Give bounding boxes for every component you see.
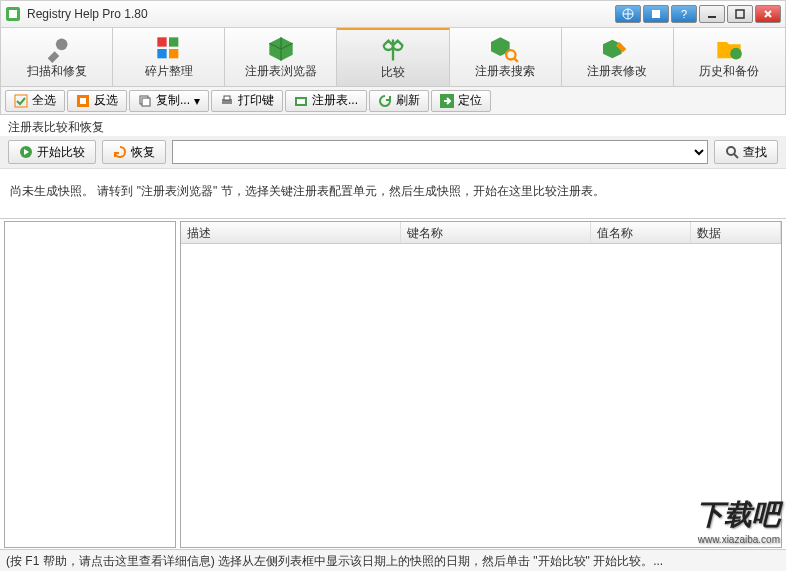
svg-point-11 <box>506 50 515 59</box>
svg-point-25 <box>727 147 735 155</box>
status-bar[interactable]: (按 F1 帮助，请点击这里查看详细信息) 选择从左侧列表框中显示该日期上的快照… <box>0 549 786 571</box>
help-icon[interactable]: ? <box>671 5 697 23</box>
tab-label: 注册表修改 <box>587 63 647 80</box>
section-header: 注册表比较和恢复 <box>0 115 786 136</box>
button-label: 开始比较 <box>37 144 85 161</box>
copy-icon <box>138 94 152 108</box>
col-description[interactable]: 描述 <box>181 222 401 243</box>
wrench-icon <box>43 35 71 59</box>
invert-icon <box>76 94 90 108</box>
print-button[interactable]: 打印键 <box>211 90 283 112</box>
button-label: 全选 <box>32 92 56 109</box>
minimize-button[interactable] <box>699 5 725 23</box>
search-button[interactable]: 查找 <box>714 140 778 164</box>
svg-rect-5 <box>736 10 744 18</box>
close-button[interactable] <box>755 5 781 23</box>
restore-icon <box>113 145 127 159</box>
svg-rect-7 <box>157 37 166 46</box>
tab-defrag[interactable]: 碎片整理 <box>113 28 225 86</box>
tab-label: 注册表搜索 <box>475 63 535 80</box>
locate-button[interactable]: 定位 <box>431 90 491 112</box>
tab-scan-repair[interactable]: 扫描和修复 <box>1 28 113 86</box>
svg-point-13 <box>731 47 743 59</box>
grid-body[interactable] <box>181 244 781 547</box>
arrow-right-icon <box>440 94 454 108</box>
maximize-button[interactable] <box>727 5 753 23</box>
svg-rect-3 <box>652 10 660 18</box>
svg-rect-22 <box>297 99 305 104</box>
svg-rect-9 <box>157 49 166 58</box>
col-data[interactable]: 数据 <box>691 222 781 243</box>
content-area: 描述 键名称 值名称 数据 <box>0 218 786 550</box>
button-label: 打印键 <box>238 92 274 109</box>
svg-rect-1 <box>9 10 17 18</box>
tab-compare[interactable]: 比较 <box>337 28 449 86</box>
tab-modify[interactable]: 注册表修改 <box>562 28 674 86</box>
svg-line-26 <box>734 154 738 158</box>
button-label: 复制... <box>156 92 190 109</box>
secondary-toolbar: 全选 反选 复制...▾ 打印键 注册表... 刷新 定位 <box>0 87 786 115</box>
skin-icon[interactable] <box>643 5 669 23</box>
regedit-button[interactable]: 注册表... <box>285 90 367 112</box>
button-label: 注册表... <box>312 92 358 109</box>
globe-icon[interactable] <box>615 5 641 23</box>
blocks-icon <box>155 35 183 59</box>
tab-label: 注册表浏览器 <box>245 63 317 80</box>
grid-header: 描述 键名称 值名称 数据 <box>181 222 781 244</box>
cube-icon <box>267 35 295 59</box>
svg-rect-20 <box>224 96 230 100</box>
results-grid: 描述 键名称 值名称 数据 <box>180 221 782 548</box>
folder-clock-icon <box>715 35 743 59</box>
refresh-icon <box>378 94 392 108</box>
title-bar: Registry Help Pro 1.80 ? <box>0 0 786 28</box>
scale-icon <box>379 36 407 60</box>
tab-label: 历史和备份 <box>699 63 759 80</box>
refresh-button[interactable]: 刷新 <box>369 90 429 112</box>
svg-line-12 <box>514 58 518 62</box>
svg-rect-8 <box>169 37 178 46</box>
select-all-button[interactable]: 全选 <box>5 90 65 112</box>
button-label: 反选 <box>94 92 118 109</box>
tab-label: 扫描和修复 <box>27 63 87 80</box>
col-valuename[interactable]: 值名称 <box>591 222 691 243</box>
svg-rect-16 <box>80 98 86 104</box>
tab-browser[interactable]: 注册表浏览器 <box>225 28 337 86</box>
invert-selection-button[interactable]: 反选 <box>67 90 127 112</box>
search-cube-icon <box>491 35 519 59</box>
chevron-down-icon: ▾ <box>194 94 200 108</box>
button-label: 刷新 <box>396 92 420 109</box>
edit-cube-icon <box>603 35 631 59</box>
app-icon <box>5 6 21 22</box>
svg-rect-14 <box>15 95 27 107</box>
copy-button[interactable]: 复制...▾ <box>129 90 209 112</box>
regedit-icon <box>294 94 308 108</box>
svg-point-6 <box>55 38 67 50</box>
window-title: Registry Help Pro 1.80 <box>27 7 615 21</box>
play-icon <box>19 145 33 159</box>
tab-label: 比较 <box>381 64 405 81</box>
snapshot-combo[interactable] <box>172 140 708 164</box>
check-icon <box>14 94 28 108</box>
svg-rect-18 <box>142 98 150 106</box>
action-row: 开始比较 恢复 查找 <box>0 136 786 169</box>
svg-rect-10 <box>169 49 178 58</box>
info-message: 尚未生成快照。 请转到 "注册表浏览器" 节，选择关键注册表配置单元，然后生成快… <box>0 169 786 218</box>
printer-icon <box>220 94 234 108</box>
window-controls: ? <box>615 5 781 23</box>
snapshot-list[interactable] <box>4 221 176 548</box>
start-compare-button[interactable]: 开始比较 <box>8 140 96 164</box>
button-label: 查找 <box>743 144 767 161</box>
button-label: 恢复 <box>131 144 155 161</box>
restore-button[interactable]: 恢复 <box>102 140 166 164</box>
tab-search[interactable]: 注册表搜索 <box>450 28 562 86</box>
magnifier-icon <box>725 145 739 159</box>
tab-history[interactable]: 历史和备份 <box>674 28 785 86</box>
col-keyname[interactable]: 键名称 <box>401 222 591 243</box>
tab-label: 碎片整理 <box>145 63 193 80</box>
button-label: 定位 <box>458 92 482 109</box>
main-tab-bar: 扫描和修复 碎片整理 注册表浏览器 比较 注册表搜索 注册表修改 历史和备份 <box>0 28 786 87</box>
